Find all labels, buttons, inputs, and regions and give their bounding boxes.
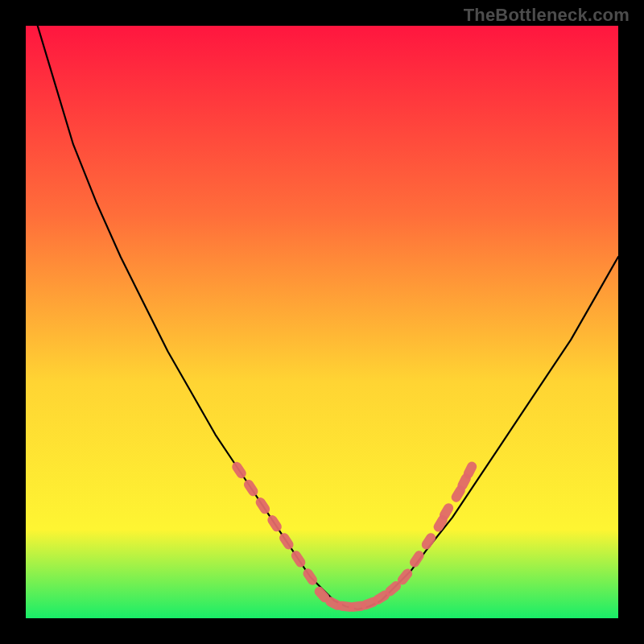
gradient-background	[26, 26, 618, 618]
chart-frame: TheBottleneck.com	[0, 0, 644, 644]
chart-svg	[26, 26, 618, 618]
watermark-text: TheBottleneck.com	[464, 5, 630, 26]
plot-area	[26, 26, 618, 618]
